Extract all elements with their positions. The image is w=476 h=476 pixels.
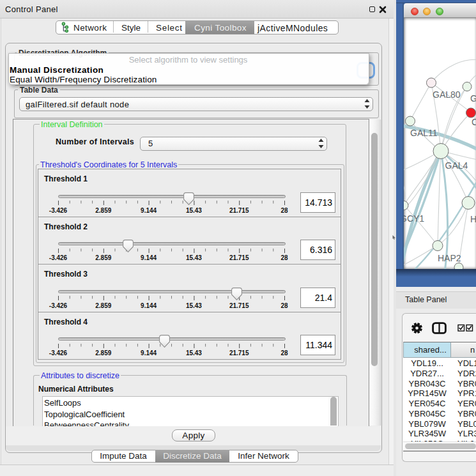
svg-text:C: C (472, 117, 476, 127)
svg-text:GAL11: GAL11 (410, 128, 438, 138)
svg-text:H: H (470, 214, 476, 224)
svg-text:HAP2: HAP2 (438, 253, 461, 263)
svg-text:GCY1: GCY1 (404, 213, 424, 224)
svg-text:G: G (470, 93, 476, 104)
svg-text:GAL4: GAL4 (445, 160, 468, 171)
svg-text:GAL80: GAL80 (433, 89, 461, 100)
